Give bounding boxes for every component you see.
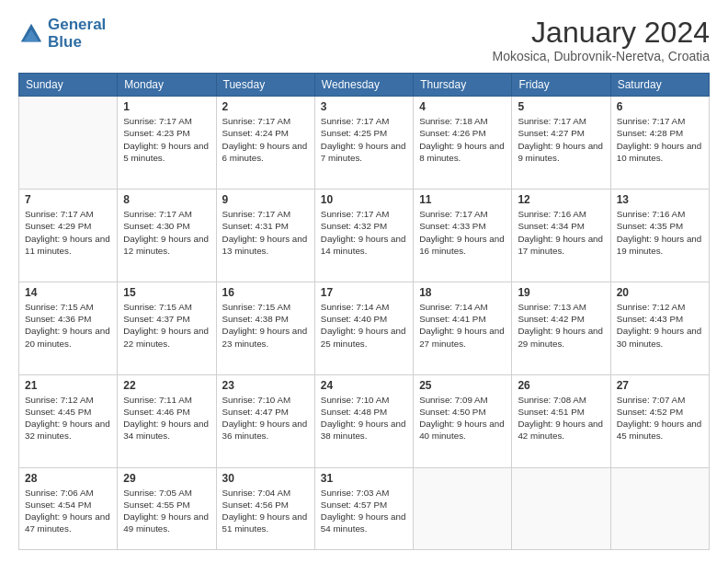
calendar-cell: 13Sunrise: 7:16 AM Sunset: 4:35 PM Dayli…: [610, 190, 709, 282]
day-number: 13: [617, 193, 703, 206]
column-header-tuesday: Tuesday: [216, 74, 314, 97]
calendar-cell: 19Sunrise: 7:13 AM Sunset: 4:42 PM Dayli…: [512, 282, 610, 374]
calendar-cell: 2Sunrise: 7:17 AM Sunset: 4:24 PM Daylig…: [216, 97, 314, 190]
calendar-cell: 22Sunrise: 7:11 AM Sunset: 4:46 PM Dayli…: [118, 374, 216, 467]
calendar-cell: 5Sunrise: 7:17 AM Sunset: 4:27 PM Daylig…: [512, 97, 610, 190]
day-number: 28: [25, 472, 111, 485]
main-title: January 2024: [492, 17, 710, 49]
day-info: Sunrise: 7:17 AM Sunset: 4:33 PM Dayligh…: [419, 208, 506, 257]
column-header-friday: Friday: [512, 74, 610, 97]
calendar-week-5: 28Sunrise: 7:06 AM Sunset: 4:54 PM Dayli…: [19, 467, 710, 549]
day-number: 7: [25, 193, 111, 206]
logo-line1: General: [48, 16, 106, 33]
calendar-cell: 4Sunrise: 7:18 AM Sunset: 4:26 PM Daylig…: [414, 97, 512, 190]
day-info: Sunrise: 7:17 AM Sunset: 4:24 PM Dayligh…: [222, 115, 309, 164]
day-info: Sunrise: 7:10 AM Sunset: 4:47 PM Dayligh…: [222, 394, 309, 442]
day-info: Sunrise: 7:17 AM Sunset: 4:30 PM Dayligh…: [123, 208, 210, 257]
calendar-cell: 9Sunrise: 7:17 AM Sunset: 4:31 PM Daylig…: [216, 190, 314, 282]
column-header-wednesday: Wednesday: [314, 74, 413, 97]
calendar-week-4: 21Sunrise: 7:12 AM Sunset: 4:45 PM Dayli…: [19, 374, 710, 467]
day-info: Sunrise: 7:13 AM Sunset: 4:42 PM Dayligh…: [518, 301, 604, 350]
column-header-thursday: Thursday: [414, 74, 512, 97]
day-number: 5: [518, 100, 604, 113]
calendar-cell: 11Sunrise: 7:17 AM Sunset: 4:33 PM Dayli…: [414, 190, 512, 282]
logo-line2: Blue: [48, 33, 82, 51]
calendar-cell: 25Sunrise: 7:09 AM Sunset: 4:50 PM Dayli…: [414, 374, 512, 467]
calendar-week-1: 1Sunrise: 7:17 AM Sunset: 4:23 PM Daylig…: [19, 97, 710, 190]
day-info: Sunrise: 7:18 AM Sunset: 4:26 PM Dayligh…: [419, 115, 506, 164]
calendar-cell: 24Sunrise: 7:10 AM Sunset: 4:48 PM Dayli…: [314, 374, 413, 467]
column-header-saturday: Saturday: [610, 74, 709, 97]
day-info: Sunrise: 7:09 AM Sunset: 4:50 PM Dayligh…: [419, 394, 506, 442]
calendar-cell: 12Sunrise: 7:16 AM Sunset: 4:34 PM Dayli…: [512, 190, 610, 282]
day-info: Sunrise: 7:17 AM Sunset: 4:25 PM Dayligh…: [321, 115, 407, 164]
day-info: Sunrise: 7:17 AM Sunset: 4:32 PM Dayligh…: [321, 208, 407, 257]
calendar-cell: 16Sunrise: 7:15 AM Sunset: 4:38 PM Dayli…: [216, 282, 314, 374]
day-info: Sunrise: 7:17 AM Sunset: 4:29 PM Dayligh…: [25, 208, 111, 257]
day-info: Sunrise: 7:12 AM Sunset: 4:45 PM Dayligh…: [25, 394, 111, 442]
subtitle: Mokosica, Dubrovnik-Neretva, Croatia: [492, 49, 710, 63]
day-number: 30: [222, 472, 309, 485]
day-info: Sunrise: 7:16 AM Sunset: 4:35 PM Dayligh…: [617, 208, 703, 257]
day-number: 9: [222, 193, 309, 206]
day-info: Sunrise: 7:16 AM Sunset: 4:34 PM Dayligh…: [518, 208, 604, 257]
page: General Blue January 2024 Mokosica, Dubr…: [0, 0, 728, 563]
day-info: Sunrise: 7:17 AM Sunset: 4:31 PM Dayligh…: [222, 208, 309, 257]
day-number: 15: [123, 286, 210, 299]
calendar-cell: 1Sunrise: 7:17 AM Sunset: 4:23 PM Daylig…: [118, 97, 216, 190]
day-number: 29: [123, 472, 210, 485]
calendar-cell: 3Sunrise: 7:17 AM Sunset: 4:25 PM Daylig…: [314, 97, 413, 190]
calendar-cell: 23Sunrise: 7:10 AM Sunset: 4:47 PM Dayli…: [216, 374, 314, 467]
calendar-cell: 17Sunrise: 7:14 AM Sunset: 4:40 PM Dayli…: [314, 282, 413, 374]
day-number: 1: [123, 100, 210, 113]
calendar-cell: 14Sunrise: 7:15 AM Sunset: 4:36 PM Dayli…: [19, 282, 118, 374]
calendar-week-2: 7Sunrise: 7:17 AM Sunset: 4:29 PM Daylig…: [19, 190, 710, 282]
day-info: Sunrise: 7:17 AM Sunset: 4:27 PM Dayligh…: [518, 115, 604, 164]
day-number: 23: [222, 379, 309, 392]
day-info: Sunrise: 7:17 AM Sunset: 4:28 PM Dayligh…: [617, 115, 703, 164]
calendar-cell: 18Sunrise: 7:14 AM Sunset: 4:41 PM Dayli…: [414, 282, 512, 374]
day-info: Sunrise: 7:08 AM Sunset: 4:51 PM Dayligh…: [518, 394, 604, 442]
day-number: 24: [321, 379, 407, 392]
day-info: Sunrise: 7:14 AM Sunset: 4:40 PM Dayligh…: [321, 301, 407, 350]
day-number: 27: [617, 379, 703, 392]
calendar-week-3: 14Sunrise: 7:15 AM Sunset: 4:36 PM Dayli…: [19, 282, 710, 374]
day-info: Sunrise: 7:04 AM Sunset: 4:56 PM Dayligh…: [222, 487, 309, 535]
day-number: 22: [123, 379, 210, 392]
day-number: 14: [25, 286, 111, 299]
day-number: 17: [321, 286, 407, 299]
calendar-cell: 6Sunrise: 7:17 AM Sunset: 4:28 PM Daylig…: [610, 97, 709, 190]
logo: General Blue: [18, 17, 106, 51]
day-number: 3: [321, 100, 407, 113]
day-info: Sunrise: 7:03 AM Sunset: 4:57 PM Dayligh…: [321, 487, 407, 535]
calendar-cell: 8Sunrise: 7:17 AM Sunset: 4:30 PM Daylig…: [118, 190, 216, 282]
calendar-cell: 28Sunrise: 7:06 AM Sunset: 4:54 PM Dayli…: [19, 467, 118, 549]
logo-icon: [18, 21, 44, 47]
day-number: 8: [123, 193, 210, 206]
day-info: Sunrise: 7:15 AM Sunset: 4:38 PM Dayligh…: [222, 301, 309, 350]
day-number: 19: [518, 286, 604, 299]
calendar-cell: 15Sunrise: 7:15 AM Sunset: 4:37 PM Dayli…: [118, 282, 216, 374]
calendar-cell: 30Sunrise: 7:04 AM Sunset: 4:56 PM Dayli…: [216, 467, 314, 549]
calendar-cell: [414, 467, 512, 549]
day-number: 6: [617, 100, 703, 113]
day-info: Sunrise: 7:06 AM Sunset: 4:54 PM Dayligh…: [25, 487, 111, 535]
calendar-cell: [19, 97, 118, 190]
day-number: 18: [419, 286, 506, 299]
day-number: 20: [617, 286, 703, 299]
day-info: Sunrise: 7:10 AM Sunset: 4:48 PM Dayligh…: [321, 394, 407, 442]
day-number: 16: [222, 286, 309, 299]
calendar-cell: 29Sunrise: 7:05 AM Sunset: 4:55 PM Dayli…: [118, 467, 216, 549]
header: General Blue January 2024 Mokosica, Dubr…: [18, 17, 710, 63]
calendar-cell: 31Sunrise: 7:03 AM Sunset: 4:57 PM Dayli…: [314, 467, 413, 549]
day-info: Sunrise: 7:15 AM Sunset: 4:36 PM Dayligh…: [25, 301, 111, 350]
day-number: 2: [222, 100, 309, 113]
column-header-monday: Monday: [118, 74, 216, 97]
column-header-sunday: Sunday: [19, 74, 118, 97]
calendar-cell: 7Sunrise: 7:17 AM Sunset: 4:29 PM Daylig…: [19, 190, 118, 282]
day-info: Sunrise: 7:14 AM Sunset: 4:41 PM Dayligh…: [419, 301, 506, 350]
day-info: Sunrise: 7:07 AM Sunset: 4:52 PM Dayligh…: [617, 394, 703, 442]
day-number: 12: [518, 193, 604, 206]
calendar-cell: [610, 467, 709, 549]
day-number: 31: [321, 472, 407, 485]
